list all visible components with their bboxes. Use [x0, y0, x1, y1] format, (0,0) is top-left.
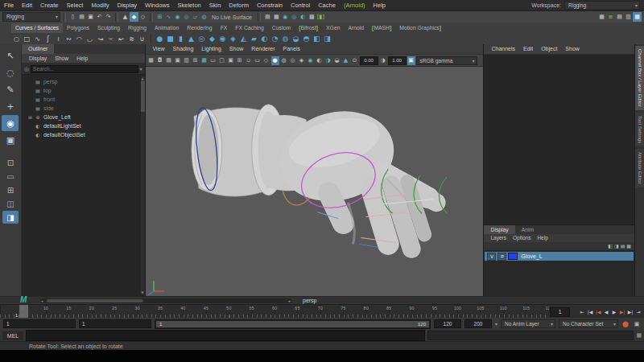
poly-pyramid-icon[interactable]: ◭	[238, 34, 249, 44]
menu-item[interactable]: Help	[369, 0, 390, 10]
outliner-item[interactable]: ▤ side	[22, 104, 145, 113]
viewport-menu-item[interactable]: View	[149, 44, 169, 54]
scrollbar-thumb[interactable]	[47, 299, 143, 302]
undo-icon[interactable]: ↶	[95, 12, 104, 22]
outliner-menu-item[interactable]: Show	[52, 54, 72, 63]
film-gate-icon[interactable]: ▭	[209, 56, 217, 65]
two-pane-layout-button[interactable]: ◫	[2, 197, 19, 210]
layer-playback-toggle[interactable]: P	[497, 253, 506, 261]
range-preset-dropdown-icon[interactable]: ▾	[495, 321, 497, 327]
menu-item[interactable]: Create	[36, 0, 63, 10]
render-settings-icon[interactable]: ▩	[308, 12, 316, 22]
shelf-tab[interactable]: [Bifrost]	[295, 23, 322, 33]
create-empty-layer-icon[interactable]: ▤	[621, 242, 625, 250]
grid-icon[interactable]: ▦	[200, 56, 208, 65]
lighting-icon[interactable]: ◉	[307, 56, 315, 65]
select-hierarchy-icon[interactable]: ▲	[121, 12, 130, 22]
snap-curve-icon[interactable]: ∿	[164, 12, 173, 22]
motion-blur-icon[interactable]: ◒	[333, 56, 341, 65]
poly-sphere-icon[interactable]: ●	[155, 34, 165, 44]
go-to-end-button[interactable]: ⇥	[634, 306, 642, 316]
menu-item[interactable]: (Arnold)	[340, 0, 369, 10]
outliner-item[interactable]: ▤ persp	[22, 77, 145, 86]
textured-icon[interactable]: ◍	[280, 56, 288, 65]
lock-camera-icon[interactable]: ◘	[156, 56, 164, 65]
menu-item[interactable]: Constrain	[253, 0, 287, 10]
outliner-tab[interactable]: Outliner	[22, 44, 55, 54]
field-chart-icon[interactable]: ⊞	[236, 56, 244, 65]
poly-helix-icon[interactable]: ◔	[270, 34, 280, 44]
range-slider-thumb[interactable]: 1 120	[156, 321, 429, 327]
resolution-gate-icon[interactable]: ▢	[218, 56, 226, 65]
scrollbar-thumb[interactable]	[141, 81, 145, 112]
shelf-tab[interactable]: FX Caching	[231, 23, 268, 33]
use-default-material-icon[interactable]: ◎	[289, 56, 297, 65]
poly-prism-icon[interactable]: ▰	[249, 34, 259, 44]
gamma-field[interactable]: 1.00	[388, 56, 407, 65]
anti-aliasing-icon[interactable]: ▲	[342, 56, 350, 65]
safe-action-icon[interactable]: ▫	[245, 56, 253, 65]
play-backwards-button[interactable]: ◀	[602, 306, 610, 316]
quick-render-icon[interactable]: ◎	[290, 12, 299, 22]
pencil-curve-icon[interactable]: ʃ	[43, 34, 53, 44]
hypershade-icon[interactable]: ▦	[272, 12, 281, 22]
shelf-tab[interactable]: Arnold	[344, 23, 368, 33]
four-pane-layout-button[interactable]: ⊞	[2, 183, 19, 196]
scale-tool[interactable]: ▣	[2, 132, 19, 148]
poly-disc-icon[interactable]: ◉	[217, 34, 228, 44]
bezier-curve-icon[interactable]: ∾	[64, 34, 74, 44]
shadows-icon[interactable]: ◐	[316, 56, 324, 65]
move-tool[interactable]: +	[2, 98, 19, 114]
render-setup-icon[interactable]: [▮]	[316, 12, 325, 22]
scroll-down-icon[interactable]: ▼	[141, 290, 145, 294]
menu-item[interactable]: Skin	[205, 0, 225, 10]
chevron-down-icon[interactable]: ▾	[140, 66, 142, 72]
color-management-icon[interactable]: ▣	[407, 56, 415, 65]
snap-view-plane-icon[interactable]: ▱	[191, 12, 200, 22]
channel-box-menu-item[interactable]: Edit	[519, 44, 537, 54]
animation-start-field[interactable]: 1	[3, 319, 76, 328]
two-d-pan-zoom-icon[interactable]: ⊞	[192, 56, 200, 65]
ambient-occlusion-icon[interactable]: ◑	[324, 56, 332, 65]
shelf-tab[interactable]: Animation	[151, 23, 183, 33]
curve-edit-icon[interactable]: ↝	[95, 34, 105, 44]
status-separator[interactable]	[258, 13, 261, 22]
select-component-icon[interactable]: ◇	[138, 12, 147, 22]
poly-pipe-icon[interactable]: ◐	[259, 34, 270, 44]
insert-knot-icon[interactable]: ≋	[126, 34, 137, 44]
attribute-editor-icon[interactable]: ▤	[615, 12, 624, 22]
select-tool[interactable]: ↖	[2, 47, 19, 64]
select-camera-icon[interactable]: ▦	[147, 56, 155, 65]
command-language-label[interactable]: MEL	[2, 331, 23, 340]
workspace-dropdown[interactable]: Rigging	[564, 1, 640, 10]
scroll-left-icon[interactable]: ◂	[41, 298, 43, 303]
layer-editor-menu-item[interactable]: Options	[510, 234, 534, 242]
render-view-icon[interactable]: ◉	[281, 12, 290, 22]
scroll-right-icon[interactable]: ▸	[288, 298, 291, 303]
command-input[interactable]	[26, 330, 425, 341]
make-live-icon[interactable]: ◍	[200, 12, 208, 22]
outliner-scrollbar[interactable]: ▲ ▼	[141, 76, 145, 294]
detach-curve-icon[interactable]: ↜	[116, 34, 126, 44]
play-forwards-button[interactable]: ▶	[610, 306, 618, 316]
expand-icon[interactable]: ⊞	[27, 114, 34, 120]
step-back-key-button[interactable]: |◀	[594, 306, 602, 316]
channel-box-menu-item[interactable]: Channels	[487, 44, 519, 54]
layer-color-swatch[interactable]	[508, 253, 518, 260]
paint-select-tool[interactable]: ✎	[2, 81, 19, 97]
cv-curve-icon[interactable]: ≀	[53, 34, 64, 44]
menu-item[interactable]: Skeleton	[174, 0, 205, 10]
animation-preferences-icon[interactable]: ▣	[633, 320, 641, 328]
menu-item[interactable]: Deform	[225, 0, 253, 10]
shelf-tab[interactable]: Curves / Surfaces	[11, 23, 63, 33]
glove-model[interactable]	[191, 99, 436, 249]
horizontal-scrollbar[interactable]: ◂ ▸	[40, 298, 291, 303]
safe-title-icon[interactable]: ▭	[254, 56, 262, 65]
channel-box-icon[interactable]: ▦	[633, 12, 642, 22]
sidebar-tab[interactable]: Tool Settings	[635, 113, 644, 146]
create-layer-from-selected-icon[interactable]: ▦	[626, 242, 631, 250]
outliner-item[interactable]: ◐ defaultObjectSet	[22, 130, 145, 139]
arc-two-point-icon[interactable]: ◡	[85, 34, 95, 44]
extend-curve-icon[interactable]: ∪	[137, 34, 147, 44]
nurbs-square-icon[interactable]: □	[22, 34, 32, 44]
